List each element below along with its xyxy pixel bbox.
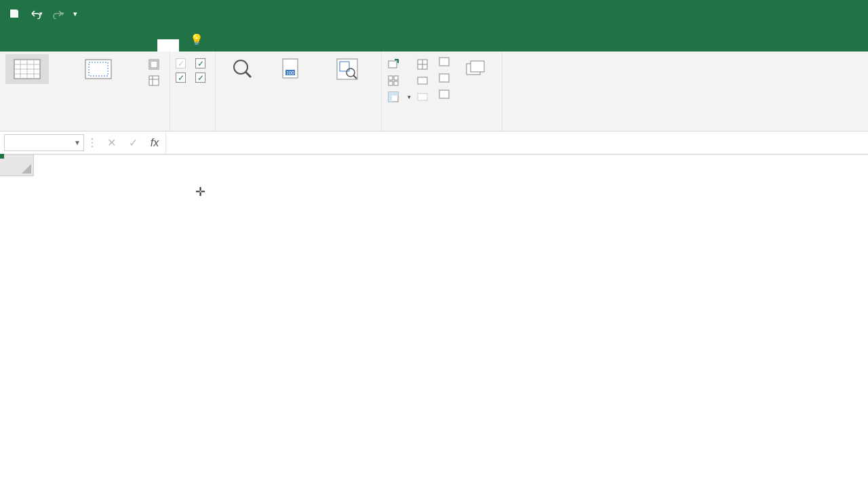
ribbon-tabs: 💡 <box>0 27 868 52</box>
select-all-corner[interactable] <box>0 155 34 176</box>
enter-icon[interactable]: ✓ <box>122 131 144 154</box>
tell-me-search[interactable]: 💡 <box>179 28 218 52</box>
arrange-icon <box>387 75 399 87</box>
name-box[interactable]: ▼ <box>4 134 84 151</box>
view-normal-button[interactable] <box>5 54 49 84</box>
cell-cursor-icon: ✛ <box>195 184 205 199</box>
freeze-icon <box>387 91 399 103</box>
hide-button[interactable] <box>416 75 433 87</box>
switch-windows-button[interactable] <box>456 54 496 84</box>
grid-icon <box>12 57 42 81</box>
chk-lineal: ✓ <box>176 58 190 68</box>
svg-rect-13 <box>389 61 397 68</box>
svg-rect-24 <box>439 58 449 66</box>
zoom-100-icon: 100 <box>277 57 307 81</box>
svg-rect-26 <box>439 90 449 98</box>
sync-scroll-button[interactable] <box>438 56 450 68</box>
zoom-100-button[interactable]: 100 <box>270 54 313 84</box>
split-button[interactable] <box>416 58 433 70</box>
zoom-selection-icon <box>332 57 362 81</box>
hide-icon <box>416 75 429 87</box>
svg-rect-15 <box>394 76 398 80</box>
save-icon[interactable] <box>4 3 24 24</box>
pagelayout-icon <box>148 58 160 70</box>
reset-pos-button[interactable] <box>438 72 450 84</box>
svg-rect-22 <box>418 77 427 84</box>
spreadsheet-grid[interactable]: ✛ <box>0 155 868 488</box>
freeze-panes-button[interactable]: ▾ <box>387 91 411 103</box>
svg-rect-17 <box>394 81 398 85</box>
tab-ansicht[interactable] <box>157 39 179 52</box>
tab-start[interactable] <box>27 39 49 52</box>
group-label-views <box>5 126 164 131</box>
group-label-window <box>387 126 496 131</box>
view-pagebreak-button[interactable] <box>54 54 142 84</box>
checkbox-icon[interactable]: ✓ <box>195 73 205 83</box>
ribbon: ✓ ✓ ✓ ✓ <box>0 52 868 131</box>
rect-icon <box>438 72 450 84</box>
customviews-icon <box>148 75 160 87</box>
pagebreak-icon <box>83 57 113 81</box>
rect-icon <box>438 88 450 100</box>
group-label-zoom <box>221 126 376 131</box>
group-label-show <box>176 126 210 131</box>
view-pagelayout-button[interactable] <box>148 58 164 70</box>
unhide-icon <box>416 91 429 103</box>
svg-rect-5 <box>149 76 159 85</box>
cancel-icon[interactable]: ✕ <box>100 131 122 154</box>
column-headers[interactable] <box>34 155 868 176</box>
rect-icon <box>438 56 450 68</box>
new-window-icon <box>387 58 399 70</box>
arrange-all-button[interactable] <box>387 75 411 87</box>
undo-icon[interactable]: ▾ <box>26 3 46 24</box>
tab-einfuegen[interactable] <box>49 39 71 52</box>
svg-rect-23 <box>418 94 427 100</box>
tab-seitenlayout[interactable] <box>71 39 92 52</box>
zoom-button[interactable] <box>221 54 264 84</box>
tab-ueberpruefen[interactable] <box>136 39 157 52</box>
view-custom-button[interactable] <box>148 75 164 87</box>
chk-bearbeitungsleiste[interactable]: ✓ <box>195 58 210 68</box>
svg-rect-16 <box>389 81 393 85</box>
chk-gitternetz[interactable]: ✓ <box>176 73 190 83</box>
dropdown-icon[interactable]: ▼ <box>74 139 81 146</box>
tab-formeln[interactable] <box>92 39 114 52</box>
unhide-button <box>416 91 433 103</box>
quick-access-toolbar: ▾ ▾ ▾ <box>4 3 81 24</box>
tab-datei[interactable] <box>5 39 27 52</box>
formula-input[interactable] <box>165 131 868 154</box>
zoom-selection-button[interactable] <box>319 54 376 84</box>
checkbox-icon[interactable]: ✓ <box>176 73 186 83</box>
dropdown-icon: ▾ <box>408 94 411 100</box>
compare-button[interactable] <box>438 88 450 100</box>
new-window-button[interactable] <box>387 58 411 70</box>
svg-rect-28 <box>471 61 484 72</box>
svg-rect-14 <box>389 76 393 80</box>
svg-rect-20 <box>389 92 398 96</box>
checkbox-icon: ✓ <box>176 58 186 68</box>
separator: ⋮ <box>84 131 100 154</box>
formula-bar: ▼ ⋮ ✕ ✓ fx <box>0 131 868 155</box>
tab-daten[interactable] <box>114 39 136 52</box>
checkbox-icon[interactable]: ✓ <box>195 58 205 68</box>
lightbulb-icon: 💡 <box>190 33 203 46</box>
split-icon <box>416 58 429 70</box>
zoom-icon <box>228 57 258 81</box>
title-bar: ▾ ▾ ▾ <box>0 0 868 27</box>
svg-rect-25 <box>439 74 449 82</box>
qat-customize-icon[interactable]: ▾ <box>69 3 81 24</box>
switch-icon <box>461 57 491 81</box>
chk-ueberschriften[interactable]: ✓ <box>195 73 210 83</box>
redo-icon[interactable]: ▾ <box>47 3 68 24</box>
svg-text:100: 100 <box>286 70 294 75</box>
fx-icon[interactable]: fx <box>144 131 165 154</box>
